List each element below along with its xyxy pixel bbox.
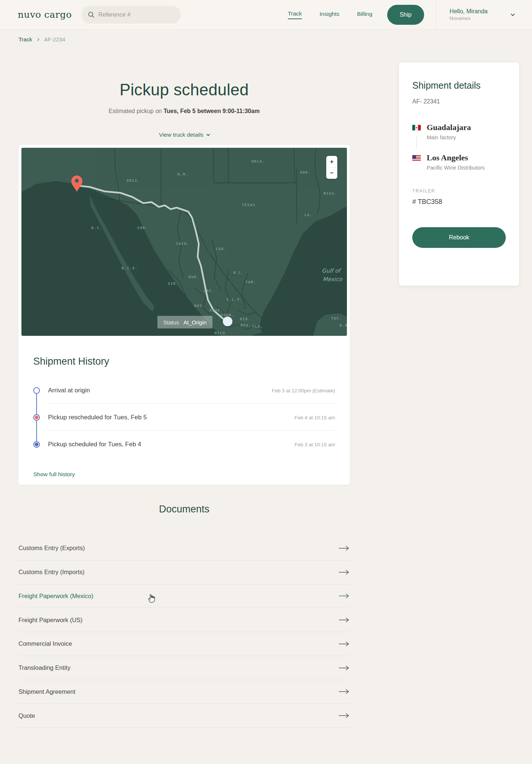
- documents-list: Customs Entry (Exports)Customs Entry (Im…: [18, 536, 350, 728]
- current-position-marker[interactable]: [223, 317, 232, 326]
- map-region-label: SIN.: [168, 282, 178, 286]
- map-region-label: TAM.: [245, 280, 256, 284]
- view-truck-details-label: View truck details: [159, 132, 203, 138]
- nuvo-cargo-logo: nuvo cargo: [18, 9, 72, 20]
- document-label: Freight Paperwork (Mexico): [18, 593, 93, 600]
- document-row-freight-paperwork-us[interactable]: Freight Paperwork (US): [18, 608, 350, 632]
- arrow-right-icon: [339, 689, 349, 694]
- document-row-customs-entry-exports[interactable]: Customs Entry (Exports): [18, 536, 350, 560]
- history-event-row: Pickup rescheduled for Tues, Feb 5Feb 4 …: [33, 410, 335, 437]
- documents-section: Documents Customs Entry (Exports)Customs…: [18, 502, 350, 728]
- document-row-shipment-agreement[interactable]: Shipment Agreement: [18, 680, 350, 704]
- trailer-number: # TBC358: [412, 198, 506, 206]
- nav-track[interactable]: Track: [288, 10, 302, 19]
- ship-button[interactable]: Ship: [387, 5, 424, 25]
- destination-place: Pacific Wine Distributors: [427, 165, 485, 171]
- map-region-label: HID.: [240, 317, 250, 321]
- origin-city: Guadalajara: [427, 123, 471, 132]
- document-label: Freight Paperwork (US): [18, 617, 82, 624]
- us-flag-icon: [412, 155, 421, 161]
- main-nav: TrackInsightsBilling: [288, 10, 372, 19]
- show-full-history-link[interactable]: Show full history: [33, 471, 75, 478]
- history-event-label: Pickup scheduled for Tues, Feb 4: [48, 441, 141, 448]
- map-canvas: OKLA.ARK.MISS.N.M.ARIZ.TEXASLA.B.C.SON.C…: [21, 148, 347, 336]
- history-event-timestamp: Feb 3 at 12:00pm (Estimate): [272, 388, 335, 393]
- arrow-right-icon: [339, 641, 349, 647]
- document-row-customs-entry-imports[interactable]: Customs Entry (Imports): [18, 560, 350, 584]
- document-label: Shipment Agreement: [18, 688, 75, 695]
- top-navigation-bar: nuvo cargo TrackInsightsBilling Ship Hel…: [0, 0, 532, 30]
- chevron-right-icon: [36, 38, 39, 41]
- breadcrumb-track-link[interactable]: Track: [18, 36, 32, 42]
- timeline-marker-open: [33, 387, 40, 394]
- status-badge: Status At_Origin: [157, 316, 212, 328]
- arrow-right-icon: [339, 593, 349, 598]
- zoom-in-button[interactable]: +: [326, 156, 337, 168]
- arrow-right-icon: [339, 546, 349, 551]
- map-region-label: N.M.: [177, 172, 188, 176]
- mexico-flag-icon: [412, 125, 421, 130]
- map-region-label: SON.: [137, 226, 148, 230]
- map-region-label: MISS.: [324, 191, 337, 195]
- shipment-history-section: Shipment History Arrival at originFeb 3 …: [18, 339, 350, 478]
- destination-row: Los Angeles Pacific Wine Distributors: [412, 153, 506, 171]
- mouse-cursor-pointer: [147, 594, 156, 604]
- map-region-label: ARK.: [300, 170, 311, 174]
- status-header: Pickup scheduled Estimated pickup on Tue…: [18, 81, 350, 138]
- map-region-label: GUAN.: [221, 313, 235, 317]
- origin-row: Guadalajara Main factory: [412, 123, 506, 140]
- arrow-right-icon: [339, 617, 349, 623]
- nav-billing[interactable]: Billing: [357, 11, 372, 19]
- origin-place: Main factory: [427, 134, 471, 140]
- map-region-label: LA.: [304, 213, 313, 217]
- pickup-estimate-prefix: Estimated pickup on: [109, 108, 164, 114]
- map-region-label: B.C.: [91, 226, 102, 230]
- breadcrumb: Track AF-2234: [18, 36, 65, 42]
- route-map[interactable]: OKLA.ARK.MISS.N.M.ARIZ.TEXASLA.B.C.SON.C…: [21, 148, 347, 336]
- user-greeting: Hello, Miranda: [450, 7, 488, 16]
- map-region-label: COA.: [216, 247, 226, 251]
- history-event-label: Pickup rescheduled for Tues, Feb 5: [48, 414, 147, 421]
- page-title: Pickup scheduled: [18, 81, 350, 99]
- chevron-down-icon: [206, 132, 210, 136]
- zoom-out-button[interactable]: −: [326, 168, 337, 179]
- document-row-transloading-entity[interactable]: Transloading Entity: [18, 656, 350, 680]
- map-region-label: ARIZ.: [127, 178, 140, 183]
- map-sea-label: Gulf of: [322, 267, 342, 274]
- user-company: Novamex: [450, 15, 488, 22]
- view-truck-details-link[interactable]: View truck details: [159, 132, 209, 138]
- document-label: Commercial Invoice: [18, 640, 72, 647]
- map-region-label: Q.R.: [340, 323, 347, 327]
- status-badge-value: At_Origin: [184, 319, 207, 325]
- page: nuvo cargo TrackInsightsBilling Ship Hel…: [0, 0, 532, 764]
- documents-title: Documents: [18, 502, 350, 516]
- timeline-marker-coral: [33, 414, 40, 421]
- history-event-row: Pickup scheduled for Tues, Feb 4Feb 3 at…: [33, 437, 335, 464]
- arrow-right-icon: [339, 713, 349, 718]
- arrow-right-icon: [339, 665, 349, 671]
- map-region-label: MÉX.: [241, 323, 251, 327]
- row-divider: [48, 430, 335, 431]
- shipment-details-title: Shipment details: [412, 80, 506, 91]
- route-connector-line: [416, 136, 417, 149]
- tracking-card: OKLA.ARK.MISS.N.M.ARIZ.TEXASLA.B.C.SON.C…: [18, 145, 350, 485]
- document-row-commercial-invoice[interactable]: Commercial Invoice: [18, 632, 350, 656]
- document-label: Quote: [18, 712, 35, 719]
- history-event-timestamp: Feb 3 at 10:15 am: [294, 442, 335, 447]
- nav-insights[interactable]: Insights: [320, 11, 339, 19]
- document-row-quote[interactable]: Quote: [18, 704, 350, 728]
- document-row-freight-paperwork-mexico[interactable]: Freight Paperwork (Mexico): [18, 584, 350, 608]
- arrow-right-icon: [339, 570, 349, 575]
- map-region-label: OKLA.: [252, 159, 265, 163]
- search-input[interactable]: [98, 11, 172, 18]
- shipment-reference: AF- 22341: [412, 98, 506, 105]
- shipment-details-card: Shipment details AF- 22341 Guadalajara M…: [399, 62, 519, 286]
- user-menu[interactable]: Hello, Miranda Novamex: [436, 7, 532, 22]
- document-label: Customs Entry (Imports): [18, 569, 85, 576]
- timeline-marker-blue: [33, 441, 40, 448]
- rebook-button[interactable]: Rebook: [412, 227, 506, 248]
- history-event-timestamp: Feb 4 at 10:15 am: [294, 415, 335, 420]
- reference-search[interactable]: [81, 6, 181, 24]
- chevron-down-icon: [511, 12, 515, 16]
- history-event-label: Arrival at origin: [48, 387, 90, 394]
